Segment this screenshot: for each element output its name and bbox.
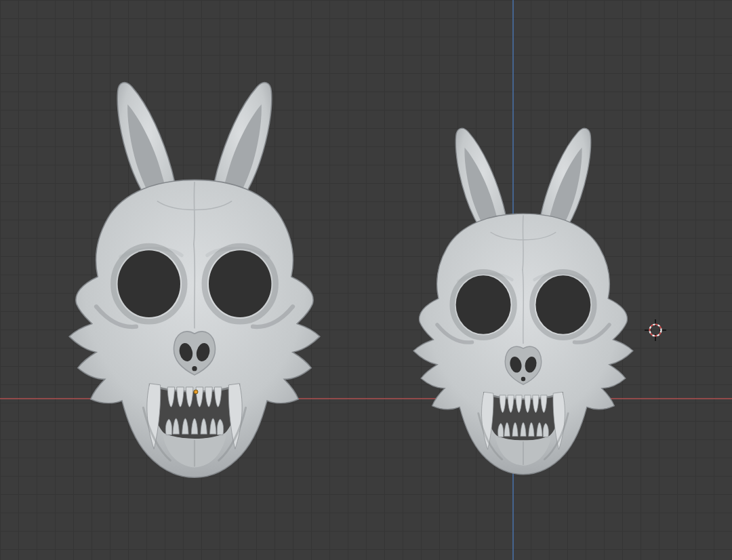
- skull-mask-right[interactable]: [413, 128, 633, 474]
- 3d-cursor-icon: [645, 319, 666, 341]
- skull-mask-left[interactable]: [69, 83, 320, 478]
- 3d-cursor-crosshair: [645, 319, 666, 341]
- blender-3d-viewport[interactable]: [0, 0, 732, 560]
- scene-svg: [0, 0, 732, 560]
- object-origin-dot: [194, 390, 198, 394]
